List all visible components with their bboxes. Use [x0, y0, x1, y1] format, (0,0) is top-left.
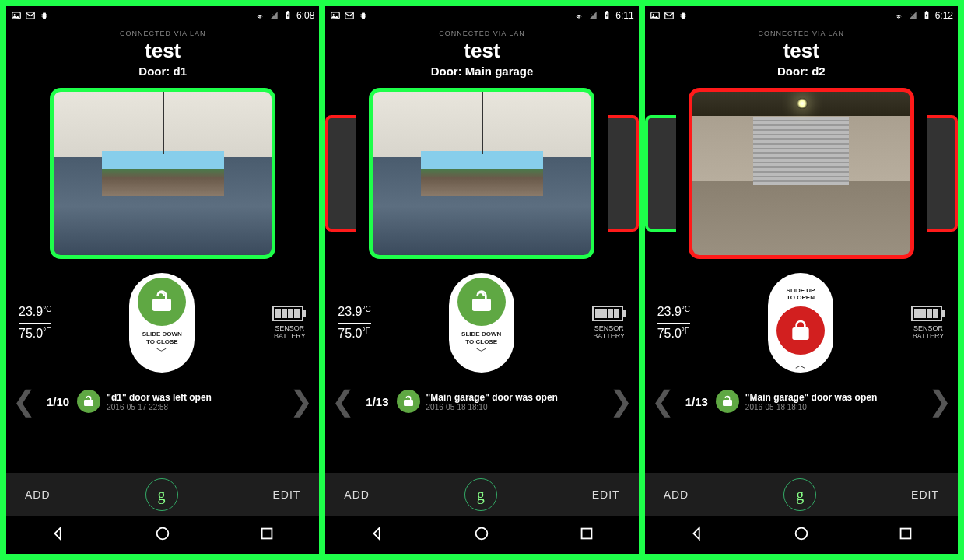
- svg-rect-9: [282, 309, 287, 318]
- recent-button[interactable]: [578, 525, 595, 545]
- svg-point-29: [652, 14, 654, 16]
- debug-icon: [678, 10, 689, 21]
- add-button[interactable]: ADD: [25, 488, 51, 501]
- camera-view[interactable]: [369, 88, 594, 259]
- temperature-readout: 23.9°C 75.0°F: [657, 304, 690, 342]
- camera-view[interactable]: [689, 88, 914, 259]
- next-event-button[interactable]: ❯: [606, 385, 636, 418]
- app-logo-button[interactable]: g: [145, 478, 178, 511]
- svg-rect-36: [914, 309, 920, 318]
- battery-icon: [282, 10, 293, 21]
- phone-screen: 6:11 CONNECTED VIA LAN test Door: Main g…: [325, 6, 638, 554]
- battery-icon: [601, 10, 612, 21]
- app-logo-button[interactable]: g: [464, 478, 497, 511]
- svg-rect-22: [595, 309, 601, 318]
- svg-point-15: [333, 14, 335, 16]
- recent-button[interactable]: [897, 525, 914, 545]
- add-button[interactable]: ADD: [344, 488, 370, 501]
- event-date: 2016-05-18 18:10: [745, 403, 925, 411]
- event-badge-icon: [397, 390, 420, 413]
- slider-label: SLIDE UPTO OPEN: [783, 287, 819, 302]
- status-time: 6:12: [935, 10, 953, 21]
- status-time: 6:11: [615, 10, 633, 21]
- device-title: test: [325, 39, 638, 63]
- svg-rect-13: [262, 529, 272, 539]
- event-counter: 1/10: [47, 395, 69, 408]
- event-row: ❮ 1/10 "d1" door was left open 2016-05-1…: [6, 383, 319, 420]
- svg-rect-35: [942, 310, 945, 317]
- event-title: "Main garage" door was open: [426, 392, 606, 403]
- edit-button[interactable]: EDIT: [592, 488, 620, 501]
- prev-event-button[interactable]: ❮: [9, 385, 39, 418]
- wifi-icon: [254, 10, 265, 21]
- svg-rect-33: [925, 11, 927, 12]
- camera-wrapper: [325, 84, 638, 263]
- home-button[interactable]: [154, 525, 171, 545]
- door-slider[interactable]: SLIDE DOWNTO CLOSE ﹀: [129, 273, 195, 373]
- event-counter: 1/13: [685, 395, 708, 408]
- door-label: Door: Main garage: [325, 65, 638, 78]
- add-button[interactable]: ADD: [664, 488, 689, 501]
- edit-button[interactable]: EDIT: [911, 488, 939, 501]
- device-title: test: [6, 39, 319, 63]
- svg-rect-7: [303, 310, 306, 317]
- event-badge-icon: [77, 390, 100, 413]
- status-bar: 6:11: [325, 6, 638, 25]
- camera-view[interactable]: [50, 88, 275, 259]
- svg-rect-38: [927, 309, 932, 318]
- lock-knob: [776, 306, 825, 355]
- event-row: ❮ 1/13 "Main garage" door was open 2016-…: [325, 383, 638, 420]
- connection-status: CONNECTED VIA LAN: [645, 30, 958, 37]
- battery-icon: [911, 306, 945, 321]
- door-label: Door: d1: [6, 65, 319, 78]
- recent-button[interactable]: [258, 525, 275, 545]
- edit-button[interactable]: EDIT: [272, 488, 300, 501]
- prev-event-button[interactable]: ❮: [328, 385, 358, 418]
- next-event-button[interactable]: ❯: [925, 385, 955, 418]
- battery-icon: [272, 306, 307, 321]
- bottom-bar: ADD g EDIT: [325, 473, 638, 516]
- debug-icon: [358, 10, 369, 21]
- slider-label: SLIDE DOWNTO CLOSE: [139, 331, 185, 345]
- svg-rect-11: [294, 309, 300, 318]
- home-button[interactable]: [473, 525, 490, 545]
- image-icon: [11, 10, 22, 21]
- svg-rect-37: [920, 309, 926, 318]
- svg-rect-3: [43, 13, 47, 19]
- svg-point-1: [14, 14, 16, 16]
- app-logo-button[interactable]: g: [783, 478, 816, 511]
- svg-point-40: [795, 528, 807, 540]
- battery-status: SENSORBATTERY: [592, 306, 626, 340]
- svg-rect-41: [901, 529, 911, 539]
- back-button[interactable]: [369, 525, 386, 545]
- next-event-button[interactable]: ❯: [286, 385, 316, 418]
- phone-screen: 6:12 CONNECTED VIA LAN test Door: d2 23.…: [645, 6, 958, 554]
- svg-rect-23: [601, 309, 607, 318]
- home-button[interactable]: [793, 525, 810, 545]
- camera-wrapper: [6, 84, 319, 263]
- android-navbar: [645, 516, 958, 554]
- bottom-bar: ADD g EDIT: [6, 473, 319, 516]
- phone-screen: 6:08 CONNECTED VIA LAN test Door: d1 23.…: [6, 6, 319, 554]
- event-title: "d1" door was left open: [107, 392, 286, 403]
- door-slider[interactable]: ︿ SLIDE UPTO OPEN: [768, 273, 833, 373]
- debug-icon: [39, 10, 50, 21]
- camera-wrapper: [645, 84, 958, 263]
- android-navbar: [6, 516, 319, 554]
- temperature-readout: 23.9°C 75.0°F: [19, 304, 51, 342]
- svg-rect-21: [623, 310, 626, 317]
- bottom-bar: ADD g EDIT: [645, 473, 958, 516]
- status-bar: 6:12: [645, 6, 958, 25]
- back-button[interactable]: [50, 525, 67, 545]
- back-button[interactable]: [689, 525, 706, 545]
- prev-event-button[interactable]: ❮: [648, 385, 678, 418]
- svg-rect-5: [287, 11, 289, 12]
- door-slider[interactable]: SLIDE DOWNTO CLOSE ﹀: [449, 273, 514, 373]
- connection-status: CONNECTED VIA LAN: [325, 30, 638, 37]
- svg-point-26: [476, 528, 488, 540]
- event-title: "Main garage" door was open: [745, 392, 925, 403]
- image-icon: [650, 10, 661, 21]
- status-bar: 6:08: [6, 6, 319, 25]
- sim-icon: [587, 10, 598, 21]
- battery-status: SENSORBATTERY: [911, 306, 945, 340]
